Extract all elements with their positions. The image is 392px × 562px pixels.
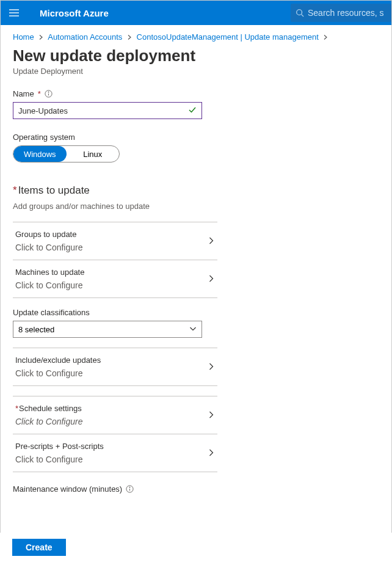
breadcrumb: Home Automation Accounts ContosoUpdateMa… [1, 25, 391, 42]
name-input-value: June-Updates [18, 106, 68, 115]
top-bar: Microsoft Azure Search resources, s [1, 1, 391, 25]
os-toggle: Windows Linux [13, 145, 120, 162]
chevron-right-icon [127, 32, 132, 42]
chevron-right-icon [323, 32, 328, 42]
config-row-title: Groups to update [15, 230, 215, 239]
config-list: Groups to update Click to Configure Mach… [13, 222, 217, 494]
config-row-sub: Click to Configure [15, 417, 215, 426]
footer: Create [0, 533, 392, 562]
search-icon [296, 9, 304, 17]
breadcrumb-link-automation[interactable]: Automation Accounts [48, 32, 122, 42]
brand-label: Microsoft Azure [40, 8, 109, 18]
items-heading: *Items to update [13, 184, 379, 197]
svg-point-10 [129, 487, 130, 487]
chevron-right-icon [208, 410, 215, 421]
config-row-title: Pre-scripts + Post-scripts [15, 442, 215, 451]
classifications-label: Update classifications [13, 308, 217, 317]
create-button[interactable]: Create [12, 539, 66, 556]
config-row-scripts[interactable]: Pre-scripts + Post-scripts Click to Conf… [13, 434, 217, 472]
maintenance-window-label: Maintenance window (minutes) [13, 484, 217, 494]
info-icon[interactable] [45, 90, 53, 98]
name-label: Name * [13, 89, 379, 98]
required-asterisk: * [13, 184, 17, 196]
config-row-include-exclude[interactable]: Include/exclude updates Click to Configu… [13, 348, 217, 386]
items-desc: Add groups and/or machines to update [13, 202, 379, 211]
config-row-sub: Click to Configure [15, 368, 215, 378]
global-search-input[interactable]: Search resources, s [291, 4, 391, 22]
os-option-windows[interactable]: Windows [13, 146, 67, 162]
chevron-right-icon [208, 274, 215, 285]
hamburger-menu-button[interactable] [1, 7, 27, 18]
svg-point-3 [297, 10, 302, 15]
required-asterisk: * [38, 89, 41, 98]
config-row-title: Include/exclude updates [15, 356, 215, 365]
config-row-title: *Schedule settings [15, 404, 215, 413]
chevron-right-icon [208, 236, 215, 247]
search-placeholder: Search resources, s [308, 8, 384, 18]
config-row-machines[interactable]: Machines to update Click to Configure [13, 260, 217, 298]
os-option-linux[interactable]: Linux [67, 146, 120, 162]
breadcrumb-link-contoso[interactable]: ContosoUpdateManagement | Update managem… [137, 32, 319, 42]
page-subtitle: Update Deployment [13, 67, 379, 76]
required-asterisk: * [15, 404, 18, 413]
config-row-schedule[interactable]: *Schedule settings Click to Configure [13, 396, 217, 434]
config-row-sub: Click to Configure [15, 280, 215, 290]
os-label: Operating system [13, 133, 379, 142]
content-area: New update deployment Update Deployment … [1, 42, 391, 542]
name-input[interactable]: June-Updates [13, 102, 202, 119]
config-row-sub: Click to Configure [15, 454, 215, 464]
info-icon[interactable] [126, 485, 134, 493]
chevron-right-icon [38, 32, 43, 42]
breadcrumb-link-home[interactable]: Home [13, 32, 34, 42]
chevron-right-icon [208, 362, 215, 373]
classifications-dropdown[interactable]: 8 selected [13, 321, 202, 338]
dropdown-value: 8 selected [18, 325, 54, 334]
hamburger-icon [9, 7, 20, 18]
svg-line-4 [302, 15, 304, 17]
page-title: New update deployment [13, 46, 379, 65]
chevron-right-icon [208, 448, 215, 459]
chevron-down-icon [189, 325, 197, 334]
config-row-sub: Click to Configure [15, 243, 215, 252]
config-row-title: Machines to update [15, 268, 215, 277]
config-row-groups[interactable]: Groups to update Click to Configure [13, 222, 217, 260]
checkmark-icon [188, 106, 197, 116]
svg-point-7 [48, 92, 49, 92]
